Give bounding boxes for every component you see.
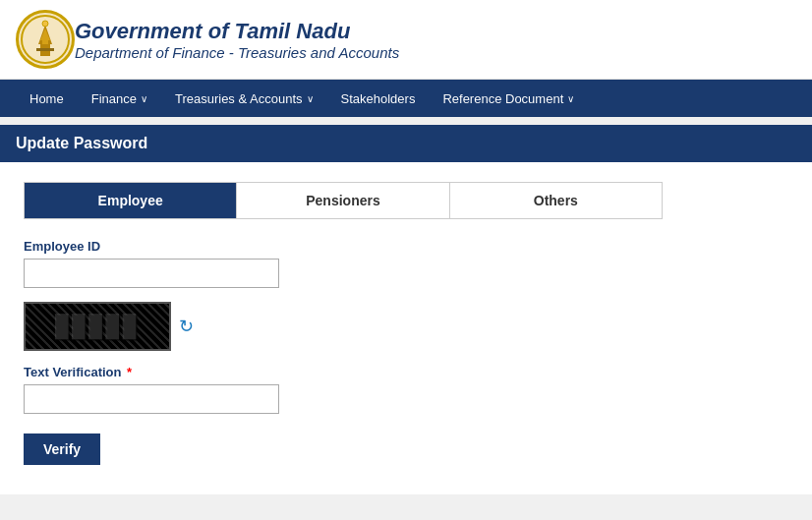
employee-id-input[interactable]: [24, 259, 279, 288]
tab-others[interactable]: Others: [450, 183, 662, 218]
chevron-down-icon: ∨: [567, 93, 574, 104]
svg-rect-5: [42, 40, 48, 44]
nav-treasuries[interactable]: Treasuries & Accounts ∨: [161, 80, 327, 117]
verify-button[interactable]: Verify: [24, 433, 100, 465]
text-verification-group: Text Verification *: [24, 365, 788, 414]
nav-home[interactable]: Home: [16, 80, 78, 117]
tab-pensioners[interactable]: Pensioners: [237, 183, 449, 218]
government-logo: [16, 10, 75, 69]
nav-stakeholders-label: Stakeholders: [341, 91, 416, 106]
text-verification-input[interactable]: [24, 384, 279, 414]
tab-employee[interactable]: Employee: [25, 183, 237, 218]
text-verification-label: Text Verification *: [24, 365, 788, 379]
nav-stakeholders[interactable]: Stakeholders: [327, 80, 430, 117]
nav-finance-label: Finance: [91, 91, 137, 106]
captcha-refresh-icon[interactable]: ↻: [179, 316, 194, 337]
captcha-image: █████: [24, 302, 171, 351]
site-subtitle: Department of Finance - Treasuries and A…: [75, 44, 399, 61]
page-title-bar: Update Password: [0, 125, 812, 162]
navbar: Home Finance ∨ Treasuries & Accounts ∨ S…: [0, 80, 812, 117]
header: Government of Tamil Nadu Department of F…: [0, 0, 812, 80]
nav-treasuries-label: Treasuries & Accounts: [175, 91, 303, 106]
captcha-row: █████ ↻: [24, 302, 788, 351]
site-title: Government of Tamil Nadu: [75, 19, 399, 44]
employee-id-label: Employee ID: [24, 239, 788, 254]
nav-reference[interactable]: Reference Document ∨: [429, 80, 588, 117]
main-content: Employee Pensioners Others Employee ID █…: [0, 162, 812, 494]
nav-finance[interactable]: Finance ∨: [78, 80, 161, 117]
nav-home-label: Home: [29, 91, 64, 106]
svg-point-6: [42, 21, 48, 27]
required-indicator: *: [127, 365, 132, 379]
svg-rect-4: [36, 48, 54, 51]
tab-group: Employee Pensioners Others: [24, 182, 663, 219]
nav-reference-label: Reference Document: [442, 91, 563, 106]
chevron-down-icon: ∨: [307, 93, 314, 104]
employee-id-group: Employee ID: [24, 239, 788, 288]
page-title: Update Password: [16, 135, 147, 151]
header-text: Government of Tamil Nadu Department of F…: [75, 19, 399, 61]
captcha-text: █████: [26, 304, 169, 349]
chevron-down-icon: ∨: [141, 93, 147, 104]
